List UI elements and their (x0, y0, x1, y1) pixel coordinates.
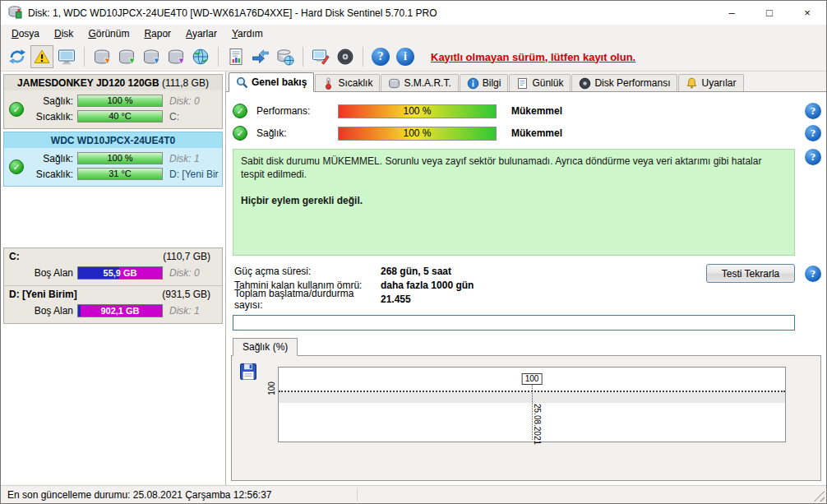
help-icon[interactable]: ? (805, 266, 821, 282)
partition-header: C: (110,7 GB) (4, 248, 222, 263)
send-report-button[interactable] (249, 45, 272, 68)
health-label: Sağlık: (29, 95, 73, 107)
partition-item-c[interactable]: C: (110,7 GB) Boş Alan 55,9 GB Disk: 0 (4, 248, 222, 285)
partition-header: D: [Yeni Birim] (931,5 GB) (4, 286, 222, 301)
floppy-disk-icon (239, 363, 257, 381)
stat-value: 268 gün, 5 saat (381, 266, 451, 277)
info-icon (467, 77, 479, 90)
stats-section: Güç açma süresi: 268 gün, 5 saat Tahmini… (234, 262, 821, 306)
website-button[interactable] (189, 45, 212, 68)
disk-rows: ✓ Sağlık: 100 % Disk: 0 Sıcaklık: 40 °C … (4, 90, 222, 128)
free-space-row: Boş Alan 902,1 GB Disk: 1 (29, 303, 219, 318)
tab-genel-bakis[interactable]: Genel bakış (229, 72, 314, 92)
help-icon[interactable]: ? (805, 125, 821, 141)
text-input[interactable] (233, 315, 795, 331)
partition-name: C: (9, 251, 20, 262)
help-icon[interactable]: ? (805, 103, 821, 119)
help-icon: ? (372, 48, 390, 66)
disk-test-button-1[interactable] (90, 45, 113, 68)
temperature-row: Sıcaklık: 40 °C C: (29, 109, 219, 124)
partition-name: D: [Yeni Birim] (9, 289, 77, 300)
info-icon: i (396, 48, 414, 66)
retest-group: Testi Tekrarla ? (706, 264, 821, 283)
temperature-bar: 40 °C (77, 110, 163, 123)
globe-icon (192, 48, 210, 66)
tab-label: Günlük (532, 77, 563, 89)
temperature-label: Sıcaklık: (29, 169, 73, 180)
register-link[interactable]: Kayıtlı olmayan sürüm, lütfen kayıt olun… (431, 51, 635, 63)
stat-value: daha fazla 1000 gün (381, 280, 474, 291)
input-row (233, 315, 821, 331)
health-bar: 100 % (338, 127, 497, 141)
tab-disk-performansi[interactable]: Disk Performansı (571, 74, 677, 91)
disk-header: JAMESDONKEY JD120 120GB (111,8 GB) (4, 75, 222, 90)
toolbar-separator (84, 47, 85, 67)
disk-detail-button[interactable] (334, 45, 357, 68)
x-axis-tick: 25.08.2021 (533, 404, 542, 445)
thermometer-icon (322, 77, 335, 90)
health-rating: Mükemmel (511, 127, 562, 139)
display-settings-button[interactable] (55, 45, 78, 68)
partition-size: (931,5 GB) (162, 289, 210, 300)
main-content: Genel bakış Sıcaklık S.M.A.R.T. (226, 72, 826, 485)
chart-tab-saglik[interactable]: Sağlık (%) (233, 338, 298, 356)
disk-name: JAMESDONKEY JD120 120GB (17, 77, 159, 89)
stat-value: 21.455 (381, 294, 411, 305)
overview-icon (236, 76, 248, 89)
retest-button[interactable]: Testi Tekrarla (706, 264, 795, 283)
status-bar: En son güncelleme durumu: 25.08.2021 Çar… (1, 485, 826, 503)
stat-row: Güç açma süresi: 268 gün, 5 saat (234, 264, 706, 278)
disk-item-1[interactable]: WDC WD10JPCX-24UE4T0 ✓ Sağlık: 100 % Dis… (3, 132, 223, 187)
disk-test-button-2[interactable] (115, 45, 138, 68)
chart-panel: 100 100 25.08.2021 (231, 355, 821, 481)
tab-sicaklik[interactable]: Sıcaklık (315, 74, 380, 91)
toolbar-separator (218, 47, 219, 67)
disk-test-button-4[interactable] (164, 45, 187, 68)
tab-label: S.M.A.R.T. (404, 77, 450, 89)
alerts-button[interactable] (30, 45, 53, 68)
menu-gorunum[interactable]: Görünüm (81, 25, 136, 42)
free-space-value: 902,1 GB (78, 305, 162, 317)
tab-bilgi[interactable]: Bilgi (460, 74, 509, 91)
menu-disk[interactable]: Disk (47, 25, 81, 42)
health-status-row: Sabit disk durumu MÜKEMMEL. Sorunlu veya… (233, 149, 821, 256)
close-button[interactable]: × (788, 1, 826, 25)
surface-test-button[interactable] (309, 45, 332, 68)
save-chart-button[interactable] (239, 363, 259, 382)
menu-rapor[interactable]: Rapor (136, 25, 178, 42)
disk-item-0[interactable]: JAMESDONKEY JD120 120GB (111,8 GB) ✓ Sağ… (3, 74, 223, 129)
maximize-button[interactable]: □ (751, 1, 788, 25)
disk-header: WDC WD10JPCX-24UE4T0 (4, 132, 222, 148)
help-button[interactable]: ? (369, 45, 392, 68)
performance-bar: 100 % (338, 104, 497, 118)
network-disk-button[interactable] (274, 45, 297, 68)
menu-yardim[interactable]: Yardım (224, 25, 270, 42)
stat-label: Güç açma süresi: (234, 266, 381, 277)
refresh-icon (8, 48, 26, 66)
partition-item-d[interactable]: D: [Yeni Birim] (931,5 GB) Boş Alan 902,… (4, 286, 222, 323)
health-row: Sağlık: 100 % Disk: 0 (29, 93, 219, 109)
log-icon (516, 77, 529, 90)
tab-uyarilar[interactable]: Uyarılar (678, 74, 743, 91)
disk-index-label: Disk: 1 (169, 305, 200, 317)
disk-index-label: Disk: 0 (169, 267, 200, 279)
help-icon[interactable]: ? (805, 149, 821, 165)
free-space-label: Boş Alan (29, 267, 73, 279)
document-icon (228, 48, 244, 66)
info-button[interactable]: i (394, 45, 417, 68)
tab-bar: Genel bakış Sıcaklık S.M.A.R.T. (226, 72, 826, 92)
partition-rows: Boş Alan 55,9 GB Disk: 0 (4, 263, 222, 285)
health-row: ✓ Sağlık: 100 % Mükemmel ? (233, 125, 821, 141)
disk-test-button-3[interactable] (140, 45, 163, 68)
menu-ayarlar[interactable]: Ayarlar (178, 25, 224, 42)
minimize-button[interactable]: – (713, 1, 751, 25)
resize-grip[interactable] (813, 490, 825, 502)
report-button[interactable] (224, 45, 247, 68)
refresh-button[interactable] (6, 45, 29, 68)
tab-gunluk[interactable]: Günlük (509, 74, 571, 91)
stat-row: Toplam başlatma/durdurma sayısı: 21.455 (234, 292, 706, 306)
health-action-text: Hiçbir eylem gerekli değil. (241, 194, 787, 207)
menu-dosya[interactable]: Dosya (4, 25, 47, 42)
tab-smart[interactable]: S.M.A.R.T. (381, 74, 458, 91)
window-title: Disk: 1, WDC WD10JPCX-24UE4T0 [WD-WX61A7… (28, 7, 437, 19)
